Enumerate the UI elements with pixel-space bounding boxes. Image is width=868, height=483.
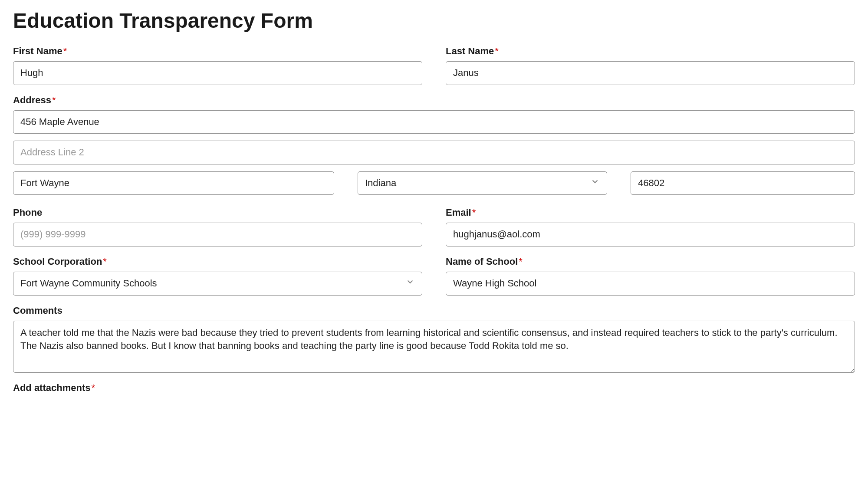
school-name-input[interactable] — [446, 272, 855, 296]
address-line2-input[interactable] — [13, 141, 855, 164]
required-marker: * — [63, 46, 67, 56]
attachments-label: Add attachments* — [13, 382, 855, 394]
address-label: Address* — [13, 95, 855, 106]
email-label: Email* — [446, 207, 855, 218]
phone-label: Phone — [13, 207, 422, 218]
first-name-input[interactable] — [13, 61, 422, 85]
first-name-label: First Name* — [13, 46, 422, 57]
required-marker: * — [495, 46, 499, 56]
state-select-wrapper[interactable]: Indiana — [358, 171, 607, 195]
address-line1-input[interactable] — [13, 110, 855, 134]
page-title: Education Transparency Form — [13, 9, 855, 33]
email-input[interactable] — [446, 223, 855, 246]
state-select[interactable]: Indiana — [358, 172, 607, 195]
comments-textarea[interactable] — [13, 321, 855, 373]
required-marker: * — [519, 256, 523, 267]
required-marker: * — [103, 256, 107, 267]
required-marker: * — [91, 382, 95, 393]
last-name-input[interactable] — [446, 61, 855, 85]
school-corp-select-wrapper[interactable]: Fort Wayne Community Schools — [13, 272, 422, 296]
phone-input[interactable] — [13, 223, 422, 246]
required-marker: * — [472, 207, 476, 218]
school-name-label: Name of School* — [446, 256, 855, 267]
comments-label: Comments — [13, 305, 855, 316]
school-corp-select[interactable]: Fort Wayne Community Schools — [13, 272, 422, 295]
last-name-label: Last Name* — [446, 46, 855, 57]
city-input[interactable] — [13, 171, 334, 195]
school-corp-label: School Corporation* — [13, 256, 422, 267]
required-marker: * — [52, 95, 56, 105]
zip-input[interactable] — [631, 171, 855, 195]
